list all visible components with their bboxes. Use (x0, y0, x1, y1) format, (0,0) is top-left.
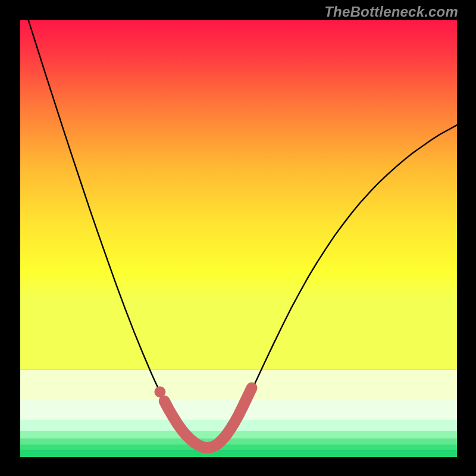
plot-area (20, 20, 457, 457)
chart-frame: TheBottleneck.com (0, 0, 476, 476)
trough-markers (20, 20, 457, 457)
watermark-text: TheBottleneck.com (324, 4, 458, 20)
svg-point-8 (154, 386, 165, 397)
